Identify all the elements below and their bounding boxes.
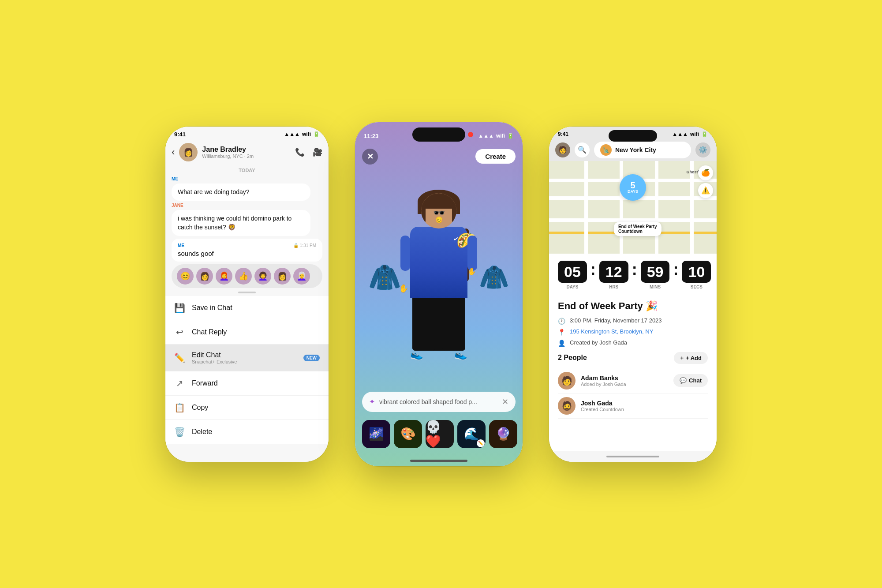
event-detail-section: End of Week Party 🎉 🕐 3:00 PM, Friday, N…	[549, 294, 717, 451]
search-button-map[interactable]: 🔍	[575, 142, 590, 157]
context-save-in-chat[interactable]: 💾 Save in Chat	[165, 296, 329, 320]
hair-top	[421, 193, 456, 209]
context-copy[interactable]: 📋 Copy	[165, 396, 329, 420]
ai-prompt-close-icon[interactable]: ✕	[502, 397, 508, 407]
road-v-2	[620, 161, 623, 254]
timer-hrs-number: 12	[599, 261, 628, 283]
status-time-phone3: 9:41	[558, 131, 568, 137]
chat-header: ‹ 👩 Jane Bradley Williamsburg, NYC · 2m …	[165, 139, 329, 165]
wifi-icon-p2: wifi	[496, 133, 505, 139]
emoji-3[interactable]: 👩‍🦰	[216, 268, 232, 285]
location-icon: 📍	[558, 329, 565, 336]
sticker-1[interactable]: 🌌	[362, 420, 390, 448]
sent-msg-label: ME	[178, 243, 184, 248]
sticker-3[interactable]: 💀❤️	[426, 420, 454, 448]
shoe-left: 👟	[410, 348, 423, 361]
chat-header-info: Jane Bradley Williamsburg, NYC · 2m	[202, 146, 291, 159]
context-forward[interactable]: ↗ Forward	[165, 371, 329, 396]
context-menu: 💾 Save in Chat ↩ Chat Reply ✏️ Edit Chat…	[165, 296, 329, 444]
josh-sub: Created Countdown	[581, 407, 708, 412]
timer-sep-2: :	[632, 262, 637, 277]
message-1: What are we doing today?	[172, 184, 310, 201]
bitmoji-body: ✓ 🌮 ✋ ✋	[410, 227, 467, 298]
context-edit-chat[interactable]: ✏️ Edit Chat Snapchat+ Exclusive NEW	[165, 345, 329, 371]
battery-icon-p3: 🔋	[701, 131, 708, 137]
ai-sparkle-icon: ✦	[369, 397, 375, 406]
signal-icon: ▲▲▲	[284, 131, 300, 137]
emoji-4[interactable]: 👍	[235, 268, 252, 285]
avatar-screen: 11:23 ▲▲▲ wifi 🔋 ✕ Create 🧥	[355, 122, 523, 466]
event-title: End of Week Party 🎉	[558, 300, 708, 312]
video-call-icon[interactable]: 🎥	[313, 147, 322, 157]
adam-avatar: 🧑	[558, 372, 576, 390]
wifi-icon-p3: wifi	[690, 131, 699, 137]
ai-prompt-text[interactable]: vibrant colored ball shaped food p...	[379, 398, 497, 405]
person-row-adam: 🧑 Adam Banks Added by Josh Gada 💬 Chat	[558, 368, 708, 393]
adam-name: Adam Banks	[581, 375, 668, 382]
city-avatar: 🗽	[600, 144, 612, 156]
josh-info: Josh Gada Created Countdown	[581, 400, 708, 412]
city-pill[interactable]: 🗽 New York City	[594, 142, 691, 158]
emoji-2[interactable]: 👩	[196, 268, 213, 285]
timer-days: 05 DAYS	[558, 261, 587, 289]
emoji-7[interactable]: 👩‍🦳	[293, 268, 310, 285]
forward-icon: ↗	[174, 378, 185, 389]
sticker-4[interactable]: 🌊 ✏️	[457, 420, 486, 448]
chat-adam-button[interactable]: 💬 Chat	[673, 374, 708, 387]
phone-chat: 9:41 ▲▲▲ wifi 🔋 ‹ 👩 Jane Bradley William…	[165, 127, 329, 462]
dynamic-island	[412, 127, 465, 142]
add-people-button[interactable]: + + Add	[674, 352, 708, 364]
sticker-5[interactable]: 🔮	[489, 420, 517, 448]
event-address-text[interactable]: 195 Kensington St, Brooklyn, NY	[570, 328, 653, 335]
context-chat-reply[interactable]: ↩ Chat Reply	[165, 320, 329, 345]
battery-icon-p2: 🔋	[507, 133, 514, 139]
new-badge: NEW	[303, 355, 320, 361]
edit-chat-sub: Snapchat+ Exclusive	[192, 359, 296, 364]
map-layer-btn[interactable]: 🍊	[698, 165, 713, 180]
timer-secs-label: SECS	[691, 285, 703, 289]
adam-sub: Added by Josh Gada	[581, 382, 668, 387]
phones-container: 9:41 ▲▲▲ wifi 🔋 ‹ 👩 Jane Bradley William…	[165, 122, 717, 466]
status-icons-phone2: ▲▲▲ wifi 🔋	[478, 133, 514, 139]
phone-avatar: 11:23 ▲▲▲ wifi 🔋 ✕ Create 🧥	[355, 122, 523, 466]
josh-avatar: 🧔	[558, 397, 576, 415]
create-button[interactable]: Create	[475, 149, 516, 164]
phone-call-icon[interactable]: 📞	[295, 147, 305, 157]
map-alert-btn[interactable]: ⚠️	[698, 183, 713, 198]
road-v-1	[584, 161, 588, 254]
signal-icon-p3: ▲▲▲	[672, 131, 688, 137]
sent-msg-time: 🔒 1:31 PM	[293, 243, 316, 248]
status-icons-phone3: ▲▲▲ wifi 🔋	[672, 131, 708, 137]
clock-icon: 🕐	[558, 318, 565, 325]
user-avatar-small[interactable]: 🧑	[555, 142, 570, 157]
ai-prompt-bar: ✦ vibrant colored ball shaped food p... …	[362, 392, 516, 412]
timer-mins: 59 MINS	[641, 261, 670, 289]
timer-section: 05 DAYS : 12 HRS : 59 MINS : 10	[549, 254, 717, 294]
emoji-1[interactable]: 😊	[177, 268, 194, 285]
delete-icon: 🗑️	[174, 427, 185, 437]
map-header: 🧑 🔍 🗽 New York City ⚙️	[549, 139, 717, 161]
chat-contact-sub: Williamsburg, NYC · 2m	[202, 154, 291, 159]
status-icons-phone1: ▲▲▲ wifi 🔋	[284, 131, 320, 137]
emoji-5[interactable]: 👩‍🦱	[254, 268, 271, 285]
bitmoji-pants	[412, 298, 465, 351]
city-name: New York City	[615, 146, 685, 154]
bitmoji-smile: 😊	[435, 216, 443, 223]
countdown-bubble[interactable]: 5 DAYS	[620, 174, 646, 201]
people-header: 2 People + + Add	[558, 352, 708, 364]
chat-contact-name: Jane Bradley	[202, 146, 291, 154]
context-delete[interactable]: 🗑️ Delete	[165, 420, 329, 444]
settings-button-map[interactable]: ⚙️	[695, 142, 710, 157]
event-pin[interactable]: End of Week PartyCountdown	[614, 222, 662, 236]
close-button[interactable]: ✕	[362, 149, 378, 165]
hand-right: ✋	[467, 267, 476, 276]
hoodie-option-right[interactable]: 🧥	[479, 263, 509, 292]
back-button[interactable]: ‹	[172, 146, 175, 158]
pull-indicator	[238, 292, 256, 293]
emoji-6[interactable]: 👩	[274, 268, 291, 285]
map-screen: 9:41 ▲▲▲ wifi 🔋 🧑 🔍 🗽 New York City ⚙️	[549, 127, 717, 462]
adam-info: Adam Banks Added by Josh Gada	[581, 375, 668, 387]
message-2: i was thinking we could hit domino park …	[172, 210, 310, 236]
sticker-2[interactable]: 🎨	[394, 420, 422, 448]
hand-left: ✋	[399, 284, 408, 293]
